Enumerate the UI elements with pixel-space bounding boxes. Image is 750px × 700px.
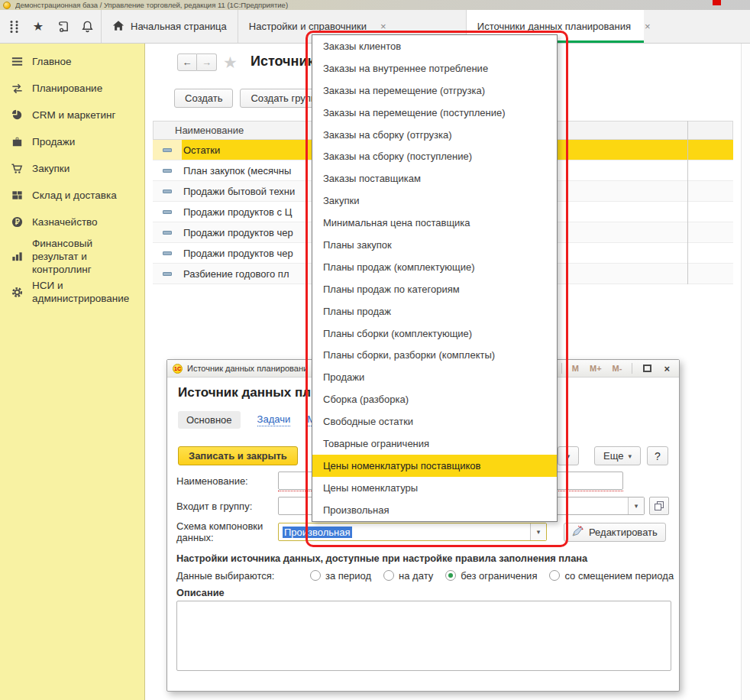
dropdown-item[interactable]: Заказы на перемещение (поступление): [312, 102, 557, 124]
pie-chart-icon: [10, 109, 24, 122]
help-button[interactable]: ?: [647, 446, 668, 465]
dropdown-item[interactable]: Заказы на перемещение (отгрузка): [312, 79, 557, 102]
data-select-row: Данные выбираются: за период на дату без…: [176, 568, 670, 583]
tab-home-label: Начальная страница: [131, 21, 227, 32]
quick-access-icons: ★: [0, 10, 101, 43]
memory-m-minus-button[interactable]: M-: [609, 364, 626, 373]
memory-m-button[interactable]: M: [569, 364, 582, 373]
window-titlebar: Демонстрационная база / Управление торго…: [0, 0, 750, 10]
dialog-heading: Источник данных пл: [178, 385, 311, 400]
dialog-nav-tabs: Основное Задачи Мои: [178, 411, 327, 429]
sidebar-item-admin[interactable]: НСИ и администрирование: [0, 277, 144, 306]
tab-settings-label: Настройки и справочники: [249, 21, 367, 32]
dropdown-item[interactable]: Заказы на сборку (поступление): [312, 145, 557, 167]
edit-wand-icon: [572, 525, 584, 539]
schema-label: Схема компоновки данных:: [176, 520, 278, 543]
dropdown-item[interactable]: Планы продаж по категориям: [312, 278, 557, 300]
dropdown-item[interactable]: Свободные остатки: [312, 410, 557, 433]
sidebar: Главное Планирование CRM и маркетинг Про…: [0, 44, 145, 700]
data-select-label: Данные выбираются:: [176, 570, 310, 582]
favorite-star-icon[interactable]: ★: [223, 53, 238, 71]
dropdown-item[interactable]: Товарные ограничения: [312, 433, 557, 455]
save-and-close-button[interactable]: Записать и закрыть: [178, 446, 298, 465]
close-icon[interactable]: ×: [660, 363, 674, 374]
tab-main[interactable]: Основное: [178, 411, 241, 429]
dropdown-item[interactable]: Минимальная цена поставщика: [312, 212, 557, 234]
history-icon[interactable]: [50, 10, 75, 43]
item-icon: [153, 202, 182, 222]
sidebar-item-purchases[interactable]: Закупки: [0, 155, 144, 182]
planning-icon: [10, 82, 24, 96]
item-icon: [153, 160, 182, 180]
sidebar-item-sales[interactable]: Продажи: [0, 128, 144, 155]
tab-tasks[interactable]: Задачи: [257, 413, 291, 426]
description-textarea[interactable]: [176, 601, 671, 671]
dropdown-item[interactable]: Планы сборки (комплектующие): [312, 322, 557, 345]
dropdown-item[interactable]: Планы продаж: [312, 300, 557, 322]
menu-icon: [10, 55, 24, 69]
hidden-split-button[interactable]: ▾: [558, 446, 579, 465]
red-annotation-fragment: [713, 0, 721, 5]
memory-m-plus-button[interactable]: M+: [587, 364, 605, 373]
apps-grid-icon[interactable]: [2, 10, 26, 43]
dropdown-item[interactable]: Цены номенклатуры: [312, 477, 557, 499]
dropdown-item[interactable]: Продажи: [312, 366, 557, 388]
back-button[interactable]: ←: [177, 53, 197, 71]
sidebar-item-finance[interactable]: Финансовый результат и контроллинг: [0, 235, 144, 277]
column-header-name: Наименование: [175, 125, 244, 136]
schema-field-row: Схема компоновки данных: Произвольная ▾ …: [176, 523, 670, 541]
close-icon[interactable]: ×: [380, 21, 386, 32]
sidebar-item-warehouse[interactable]: Склад и доставка: [0, 182, 144, 209]
create-button[interactable]: Создать: [174, 89, 233, 108]
forward-button[interactable]: →: [197, 53, 217, 71]
window-title: Демонстрационная база / Управление торго…: [15, 1, 288, 9]
bar-chart-icon: [10, 250, 24, 264]
edit-button[interactable]: Редактировать: [564, 523, 666, 542]
app-orb-icon[interactable]: [3, 2, 11, 9]
open-list-button[interactable]: [649, 497, 669, 515]
dropdown-item-highlighted[interactable]: Цены номенклатуры поставщиков: [312, 455, 557, 477]
radio-on-date[interactable]: на дату: [383, 570, 433, 582]
dropdown-item[interactable]: Планы закупок: [312, 234, 557, 256]
name-label: Наименование:: [176, 475, 278, 487]
item-icon: [153, 243, 182, 263]
description-label: Описание: [176, 587, 225, 598]
schema-value: Произвольная: [283, 527, 352, 538]
notifications-bell-icon[interactable]: [75, 10, 99, 43]
radio-period-offset[interactable]: со смещением периода: [549, 570, 674, 582]
radio-circle: [310, 570, 321, 581]
window-edge: [741, 44, 750, 700]
radio-circle: [383, 570, 394, 581]
chevron-down-icon[interactable]: ▾: [530, 523, 546, 540]
settings-section-header: Настройки источника данных, доступные пр…: [176, 553, 587, 564]
sidebar-item-treasury[interactable]: Казначейство: [0, 209, 144, 235]
dropdown-item[interactable]: Заказы на сборку (отгрузка): [312, 124, 557, 146]
dropdown-item[interactable]: Сборка (разборка): [312, 388, 557, 410]
column-divider: [687, 121, 688, 284]
sidebar-item-main[interactable]: Главное: [0, 48, 144, 75]
close-icon[interactable]: ×: [645, 21, 651, 32]
divider: [561, 363, 562, 374]
item-icon: [153, 181, 182, 201]
divider: [632, 363, 632, 374]
warehouse-icon: [10, 189, 24, 203]
more-button[interactable]: Еще▾: [594, 446, 641, 465]
tab-home[interactable]: Начальная страница: [102, 10, 238, 43]
schema-combo[interactable]: Произвольная ▾: [278, 523, 547, 541]
radio-no-limit[interactable]: без ограничения: [445, 570, 537, 582]
radio-for-period[interactable]: за период: [310, 570, 371, 582]
dropdown-item[interactable]: Заказы поставщикам: [312, 167, 557, 190]
dropdown-item[interactable]: Планы сборки, разборки (комплекты): [312, 344, 557, 366]
briefcase-icon: [10, 135, 24, 149]
dropdown-item[interactable]: Планы продаж (комплектующие): [312, 256, 557, 278]
favorites-star-icon[interactable]: ★: [26, 10, 50, 43]
dropdown-item[interactable]: Заказы на внутреннее потребление: [312, 57, 557, 79]
dropdown-item[interactable]: Произвольная: [312, 499, 557, 521]
item-icon: [153, 222, 182, 242]
dropdown-item[interactable]: Закупки: [312, 190, 557, 212]
sidebar-item-planning[interactable]: Планирование: [0, 75, 144, 102]
sidebar-item-crm[interactable]: CRM и маркетинг: [0, 102, 144, 128]
chevron-down-icon[interactable]: ▾: [628, 497, 644, 514]
maximize-icon[interactable]: [639, 363, 655, 374]
dropdown-item[interactable]: Заказы клиентов: [312, 35, 557, 57]
